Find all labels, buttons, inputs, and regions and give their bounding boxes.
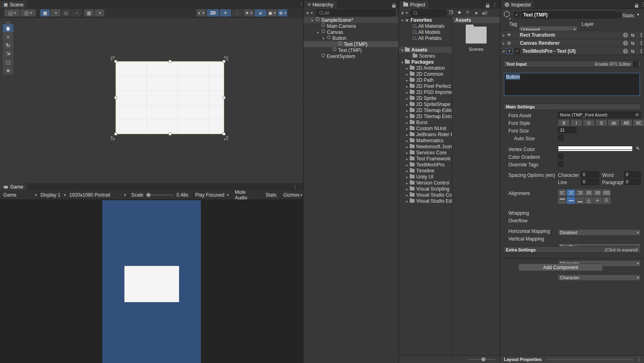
project-search-input[interactable] bbox=[410, 9, 447, 17]
align-geometry-button[interactable] bbox=[602, 189, 611, 196]
package-item[interactable]: Visual Studio Editor bbox=[399, 198, 452, 204]
tab-game[interactable]: Game bbox=[0, 183, 27, 191]
presets-icon[interactable] bbox=[631, 40, 634, 46]
tool-handle-rotation-dropdown[interactable]: ◫ bbox=[21, 9, 36, 17]
foldout-icon[interactable] bbox=[401, 17, 403, 23]
lock-icon[interactable] bbox=[486, 5, 489, 8]
assets-root[interactable]: Assets bbox=[399, 47, 452, 53]
align-justify-button[interactable] bbox=[584, 189, 593, 196]
foldout-icon[interactable] bbox=[406, 95, 408, 101]
font-style-button[interactable]: ab bbox=[608, 119, 620, 127]
gameobject-expand-icon[interactable]: ▾ bbox=[509, 17, 511, 21]
package-item[interactable]: JetBrains Rider Editor bbox=[399, 131, 452, 137]
line-spacing-field[interactable]: 0 bbox=[581, 178, 599, 185]
anchor-triangle-icon[interactable]: ◹ bbox=[224, 56, 228, 61]
help-icon[interactable] bbox=[623, 41, 628, 46]
game-viewport[interactable] bbox=[0, 200, 303, 363]
favorites-star-icon[interactable] bbox=[474, 10, 478, 16]
component-kebab-icon[interactable] bbox=[639, 32, 644, 38]
favorites-root[interactable]: Favorites bbox=[399, 17, 452, 23]
align-center-button[interactable] bbox=[567, 189, 575, 196]
tab-scene[interactable]: ▦ Scene bbox=[0, 1, 27, 8]
font-style-button[interactable]: SC bbox=[633, 119, 644, 127]
text-input-textarea[interactable]: Button bbox=[504, 73, 640, 96]
align-left-button[interactable] bbox=[558, 189, 566, 196]
foldout-icon[interactable] bbox=[406, 144, 408, 149]
tab-hierarchy[interactable]: ≡ Hierarchy bbox=[304, 1, 337, 8]
palette-drag-handle[interactable] bbox=[3, 21, 13, 24]
foldout-icon[interactable] bbox=[406, 192, 408, 198]
package-item[interactable]: Burst bbox=[399, 119, 452, 125]
add-component-button[interactable]: Add Component bbox=[518, 263, 603, 271]
inspector-kebab-icon[interactable] bbox=[641, 2, 644, 7]
vertical-mapping-dropdown[interactable]: Character bbox=[558, 274, 641, 281]
package-item[interactable]: Visual Studio Code Editor bbox=[399, 192, 452, 198]
eyedropper-icon[interactable]: ✎ bbox=[636, 146, 640, 151]
package-item[interactable]: Mathematics bbox=[399, 137, 452, 143]
paragraph-spacing-field[interactable]: 0 bbox=[624, 178, 641, 185]
snap-increment-button[interactable]: ▥ bbox=[84, 9, 94, 17]
font-size-field[interactable]: 31 bbox=[558, 127, 576, 133]
align-top-button[interactable] bbox=[558, 197, 566, 204]
anchor-triangle-icon[interactable]: ◺ bbox=[111, 135, 115, 140]
hierarchy-row[interactable]: Text (TMP) bbox=[303, 47, 398, 53]
align-capline-button[interactable] bbox=[602, 197, 611, 204]
active-checkbox[interactable] bbox=[514, 12, 520, 18]
color-gradient-checkbox[interactable] bbox=[558, 153, 564, 159]
search-by-label-icon[interactable]: ⚐ bbox=[466, 10, 470, 15]
foldout-icon[interactable] bbox=[406, 198, 408, 204]
hierarchy-row-scene[interactable]: SampleScene* bbox=[303, 17, 398, 23]
package-item[interactable]: TextMeshPro bbox=[399, 162, 452, 168]
resolution-dropdown[interactable]: 1920x1080 Portrait bbox=[69, 192, 126, 198]
hidden-objects-toggle[interactable]: ⌀ bbox=[254, 9, 266, 17]
audio-toggle[interactable]: ♪ bbox=[232, 9, 243, 17]
main-settings-header[interactable]: Main Settings bbox=[503, 104, 641, 110]
package-item[interactable]: 2D Sprite bbox=[399, 95, 452, 101]
align-middle-button[interactable] bbox=[567, 197, 575, 204]
gizmos-toggle-dropdown[interactable]: ⊕ bbox=[278, 9, 287, 17]
move-tool[interactable] bbox=[3, 33, 13, 41]
package-item[interactable]: 2D Tilemap Editor bbox=[399, 107, 452, 113]
word-spacing-field[interactable]: 0 bbox=[624, 171, 641, 178]
foldout-icon[interactable] bbox=[406, 65, 408, 71]
package-item[interactable]: Services Core bbox=[399, 149, 452, 156]
foldout-icon[interactable] bbox=[503, 32, 505, 38]
foldout-icon[interactable] bbox=[406, 89, 408, 95]
foldout-icon[interactable] bbox=[406, 186, 408, 192]
foldout-icon[interactable] bbox=[406, 126, 408, 131]
foldout-icon[interactable] bbox=[401, 59, 403, 65]
draw-mode-dropdown[interactable]: ◐ bbox=[196, 9, 206, 17]
mute-audio-button[interactable]: Mute Audio bbox=[232, 189, 260, 201]
anchor-triangle-icon[interactable]: ◿ bbox=[224, 135, 228, 140]
align-flush-button[interactable] bbox=[593, 189, 602, 196]
align-bottom-button[interactable] bbox=[576, 197, 584, 204]
text-input-header[interactable]: Text Input Enable RTL Editor bbox=[503, 60, 641, 67]
canvas-rect[interactable] bbox=[116, 61, 224, 134]
rect-handle[interactable] bbox=[169, 133, 171, 135]
view-hand-tool[interactable] bbox=[3, 24, 13, 32]
package-item[interactable]: 2D SpriteShape bbox=[399, 101, 452, 107]
presets-icon[interactable] bbox=[631, 32, 634, 38]
scenes-folder-row[interactable]: Scenes bbox=[399, 53, 452, 59]
foldout-icon[interactable] bbox=[406, 150, 408, 156]
grid-visibility-button[interactable]: ▦ bbox=[40, 9, 50, 17]
asset-thumbnail-scenes[interactable]: Scenes bbox=[460, 27, 493, 52]
align-baseline-button[interactable] bbox=[584, 197, 593, 204]
foldout-icon[interactable] bbox=[310, 17, 314, 23]
scene-viewport[interactable]: ◸ ◹ ◺ ◿ ↻ ⇲ ▢ ⊕ bbox=[0, 18, 303, 183]
object-picker-icon[interactable]: ⊙ bbox=[636, 113, 639, 117]
auto-size-checkbox[interactable] bbox=[558, 135, 564, 141]
create-dropdown[interactable] bbox=[310, 10, 313, 15]
lock-icon[interactable] bbox=[392, 5, 396, 8]
tab-project[interactable]: Project bbox=[400, 1, 429, 8]
scale-slider-thumb[interactable] bbox=[147, 193, 151, 197]
scale-slider[interactable] bbox=[146, 195, 173, 195]
grid-snap-button[interactable]: ▤ bbox=[61, 9, 71, 17]
package-item[interactable]: Custom NUnit bbox=[399, 125, 452, 131]
rect-tool[interactable]: ▢ bbox=[3, 58, 13, 66]
foldout-icon[interactable] bbox=[406, 168, 408, 174]
stats-button[interactable]: Stats bbox=[264, 192, 278, 198]
static-dropdown-icon[interactable]: ▾ bbox=[637, 13, 639, 17]
package-item[interactable]: Visual Scripting bbox=[399, 186, 452, 192]
rotate-tool[interactable]: ↻ bbox=[3, 41, 13, 49]
